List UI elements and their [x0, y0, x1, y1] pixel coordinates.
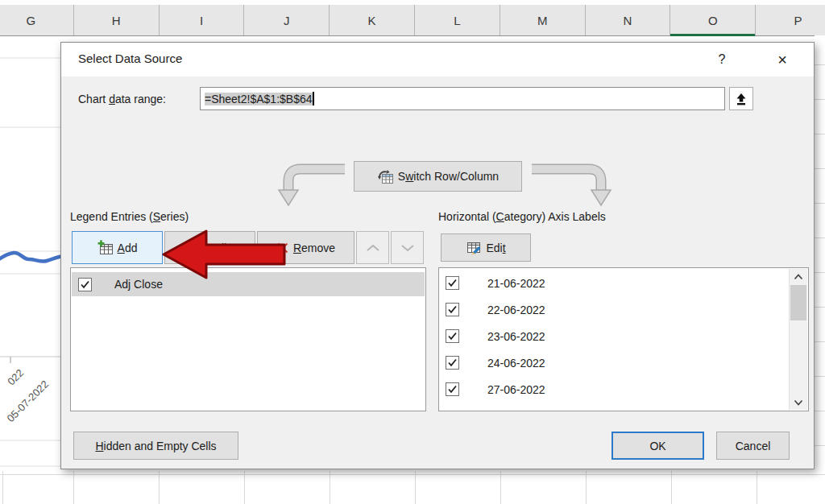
chevron-up-icon: [366, 244, 380, 252]
move-series-up-button[interactable]: [356, 231, 389, 264]
axis-label-checkbox[interactable]: [446, 356, 459, 370]
edit-series-button[interactable]: Edit: [164, 231, 255, 264]
axis-label-item[interactable]: 21-06-2022: [440, 270, 788, 296]
column-header[interactable]: P: [756, 5, 825, 35]
switch-row-column-icon: [377, 169, 394, 184]
column-header-bar: GHIJKLMNOP: [0, 5, 825, 36]
axis-label-checkbox[interactable]: [446, 276, 459, 290]
background-chart: 022 05-07-2022: [0, 35, 64, 471]
sheet-grid-edge: [2, 471, 3, 504]
axis-tick-label-partial: 022: [5, 367, 26, 388]
checkmark-icon: [447, 304, 458, 315]
column-header[interactable]: N: [586, 5, 671, 35]
series-label: Adj Close: [114, 278, 163, 291]
axis-label-item[interactable]: 24-06-2022: [440, 349, 788, 376]
scroll-up-button[interactable]: [790, 269, 807, 284]
axis-label-text: 24-06-2022: [487, 357, 545, 370]
checkmark-icon: [447, 331, 458, 341]
axis-label-text: 22-06-2022: [487, 304, 545, 316]
column-header[interactable]: I: [160, 5, 245, 35]
chart-data-range-input[interactable]: =Sheet2!$A$1:$B$64: [200, 87, 725, 110]
column-header[interactable]: M: [500, 5, 586, 35]
edit-icon: [190, 240, 206, 255]
axis-label-item[interactable]: 27-06-2022: [440, 376, 788, 403]
switch-row-column-button[interactable]: Switch Row/Column: [354, 161, 522, 192]
axis-label-checkbox[interactable]: [446, 382, 459, 396]
series-list-item[interactable]: Adj Close: [72, 272, 425, 296]
add-icon: [97, 240, 114, 255]
remove-icon: [276, 241, 289, 254]
edit-axis-labels-button[interactable]: Edit: [441, 233, 531, 262]
text-caret: [313, 92, 314, 105]
series-checkbox[interactable]: [78, 278, 92, 291]
collapse-dialog-icon: [735, 92, 748, 105]
select-data-source-dialog: Select Data Source ? × Chart data range:…: [60, 42, 815, 469]
switch-row-column-label: Switch Row/Column: [398, 170, 499, 183]
axis-label-text: 23-06-2022: [487, 330, 545, 343]
help-button[interactable]: ?: [711, 49, 733, 70]
cancel-button[interactable]: Cancel: [716, 432, 790, 460]
axis-label-item[interactable]: 23-06-2022: [440, 323, 788, 349]
scrollbar-thumb[interactable]: [790, 285, 806, 320]
axis-label-text: 21-06-2022: [487, 277, 545, 290]
remove-label: Remove: [293, 242, 335, 254]
checkmark-icon: [447, 278, 458, 288]
hidden-cells-label: Hidden and Empty Cells: [95, 440, 216, 452]
axis-labels-heading: Horizontal (Category) Axis Labels: [438, 210, 606, 223]
column-header[interactable]: J: [244, 5, 330, 35]
scroll-up-icon: [794, 274, 803, 280]
column-header[interactable]: O: [670, 5, 756, 35]
edit-icon: [466, 240, 482, 255]
checkmark-icon: [447, 384, 458, 395]
legend-entries-heading: Legend Entries (Series): [70, 210, 189, 223]
sheet-grid-right: [815, 35, 825, 471]
column-header[interactable]: K: [330, 5, 415, 35]
edit-label: Edit: [210, 242, 230, 254]
axis-labels-list: 21-06-2022 22-06-2022 23-06-2022: [438, 267, 809, 411]
chart-data-range-label: Chart data range:: [78, 93, 166, 105]
legend-entries-list: Adj Close: [70, 267, 426, 411]
column-header[interactable]: L: [415, 5, 500, 35]
remove-series-button[interactable]: Remove: [257, 231, 354, 264]
add-label: Add: [118, 242, 138, 254]
collapse-dialog-button[interactable]: [729, 87, 753, 110]
column-header[interactable]: H: [74, 5, 160, 35]
ok-button[interactable]: OK: [611, 432, 704, 460]
close-icon[interactable]: ×: [770, 49, 794, 70]
checkmark-icon: [447, 357, 458, 368]
column-header[interactable]: G: [0, 5, 74, 35]
scroll-down-icon: [794, 399, 803, 406]
excel-window: GHIJKLMNOP 022 05-07-2022 Select Data So…: [0, 0, 825, 504]
right-curved-arrow: [532, 169, 611, 205]
add-series-button[interactable]: Add: [72, 231, 163, 264]
left-curved-arrow: [279, 169, 345, 205]
axis-label-text: 27-06-2022: [487, 383, 545, 396]
scroll-down-button[interactable]: [790, 395, 807, 410]
chart-line: [0, 253, 64, 262]
scrollbar[interactable]: [789, 269, 807, 410]
axis-label-item[interactable]: 22-06-2022: [440, 296, 788, 323]
dialog-title: Select Data Source: [78, 52, 182, 65]
edit-axis-label: Edit: [486, 242, 505, 254]
axis-label-checkbox[interactable]: [446, 303, 459, 316]
move-series-down-button[interactable]: [391, 231, 424, 264]
selected-text: =Sheet2!$A$1:$B$64: [205, 93, 313, 105]
axis-label-checkbox[interactable]: [446, 329, 459, 343]
hidden-and-empty-cells-button[interactable]: Hidden and Empty Cells: [73, 432, 238, 460]
sheet-grid-bottom: [0, 471, 825, 504]
chevron-down-icon: [400, 244, 415, 252]
checkmark-icon: [80, 279, 90, 290]
